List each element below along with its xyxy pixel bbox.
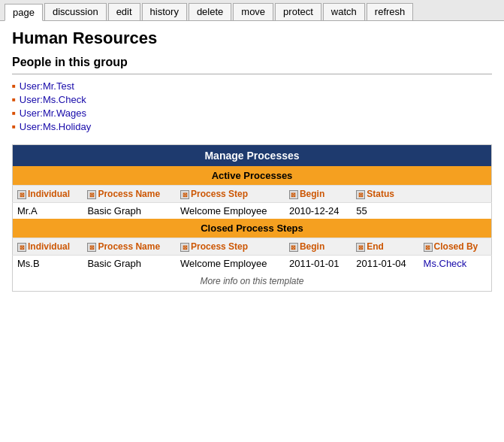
manage-processes-title: Manage Processes	[13, 145, 492, 167]
table-footer-text: More info on this template	[13, 271, 492, 292]
closed-col-closed-by: ⊠Closed By	[419, 238, 492, 256]
active-processes-label: Active Processes	[13, 166, 492, 186]
active-begin: 2010-12-24	[285, 203, 352, 219]
user-link[interactable]: User:Mr.Test	[20, 80, 74, 92]
tab-refresh[interactable]: refresh	[367, 3, 413, 20]
people-section-title: People in this group	[12, 56, 492, 69]
active-col-status: ⊠Status	[352, 186, 491, 203]
closed-col-individual: ⊠Individual	[13, 238, 83, 256]
active-col-process-name: ⊠Process Name	[83, 186, 176, 203]
list-item: User:Ms.Check	[12, 94, 492, 105]
closed-process-name: Basic Graph	[83, 256, 176, 272]
active-col-process-step: ⊠Process Step	[176, 186, 285, 203]
user-link[interactable]: User:Ms.Holiday	[20, 121, 91, 132]
user-link[interactable]: User:Ms.Check	[20, 94, 86, 105]
closed-individual: Ms.B	[13, 256, 83, 272]
active-status: 55	[352, 203, 491, 219]
active-process-step: Welcome Employee	[176, 203, 285, 219]
active-individual: Mr.A	[13, 203, 83, 219]
closed-begin: 2011-01-01	[285, 256, 352, 272]
closed-col-end: ⊠End	[352, 238, 418, 256]
active-col-header-row: ⊠Individual ⊠Process Name ⊠Process Step …	[13, 186, 492, 203]
tab-edit[interactable]: edit	[108, 3, 140, 20]
closed-col-process-name: ⊠Process Name	[83, 238, 176, 256]
closed-end: 2011-01-04	[352, 256, 418, 272]
table-header-row: Manage Processes	[13, 145, 492, 167]
closed-col-begin: ⊠Begin	[285, 238, 352, 256]
closed-processes-label: Closed Process Steps	[13, 219, 492, 238]
closed-by: Ms.Check	[419, 256, 492, 272]
active-data-row: Mr.A Basic Graph Welcome Employee 2010-1…	[13, 203, 492, 219]
tab-protect[interactable]: protect	[275, 3, 321, 20]
closed-col-process-step: ⊠Process Step	[176, 238, 285, 256]
tab-move[interactable]: move	[233, 3, 273, 20]
user-list: User:Mr.TestUser:Ms.CheckUser:Mr.WagesUs…	[12, 80, 492, 132]
active-col-begin: ⊠Begin	[285, 186, 352, 203]
manage-processes-table: Manage Processes Active Processes ⊠Indiv…	[12, 144, 492, 292]
closed-data-row: Ms.B Basic Graph Welcome Employee 2011-0…	[13, 256, 492, 272]
tab-delete[interactable]: delete	[189, 3, 231, 20]
closed-by-link[interactable]: Ms.Check	[424, 258, 467, 269]
list-item: User:Ms.Holiday	[12, 121, 492, 132]
closed-col-header-row: ⊠Individual ⊠Process Name ⊠Process Step …	[13, 238, 492, 256]
tab-bar: pagediscussionedithistorydeletemoveprote…	[0, 0, 504, 21]
tab-page[interactable]: page	[5, 4, 43, 21]
active-process-name: Basic Graph	[83, 203, 176, 219]
closed-processes-row: Closed Process Steps	[13, 219, 492, 238]
list-item: User:Mr.Wages	[12, 107, 492, 119]
closed-process-step: Welcome Employee	[176, 256, 285, 272]
user-link[interactable]: User:Mr.Wages	[20, 107, 86, 119]
divider	[12, 74, 492, 74]
page-title: Human Resources	[12, 29, 492, 48]
active-processes-row: Active Processes	[13, 166, 492, 186]
table-footer-row: More info on this template	[13, 271, 492, 292]
page-content: Human Resources People in this group Use…	[0, 21, 504, 311]
active-col-individual: ⊠Individual	[13, 186, 83, 203]
list-item: User:Mr.Test	[12, 80, 492, 92]
tab-discussion[interactable]: discussion	[44, 3, 107, 20]
tab-history[interactable]: history	[142, 3, 187, 20]
tab-watch[interactable]: watch	[323, 3, 365, 20]
